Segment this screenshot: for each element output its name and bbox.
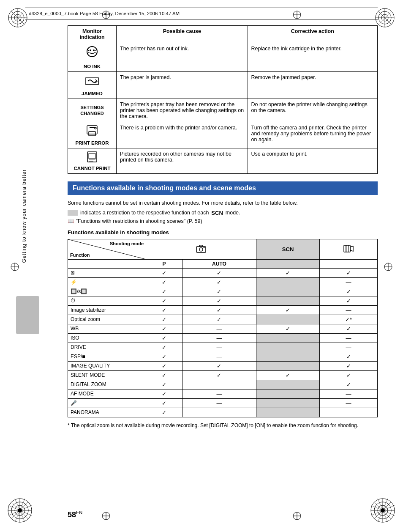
auto-cell: ✓ bbox=[182, 315, 256, 324]
corner-decoration-bl bbox=[6, 497, 34, 526]
shoot-table-row: ⚡✓✓— bbox=[68, 277, 378, 287]
auto-cell: — bbox=[182, 352, 256, 361]
shoot-table-row: IMAGE QUALITY✓✓✓ bbox=[68, 361, 378, 370]
movie-cell: — bbox=[320, 305, 378, 315]
scn-sub-header bbox=[256, 259, 319, 268]
scn-cell bbox=[256, 380, 319, 389]
intro-text: Some functions cannot be set in certain … bbox=[68, 199, 378, 207]
table-row: PRINT ERROR There is a problem with the … bbox=[68, 122, 378, 148]
movie-cell: — bbox=[320, 333, 378, 343]
settings-changed-label: SETTINGSCHANGED bbox=[80, 105, 104, 116]
movie-cell: ✓ bbox=[320, 324, 378, 333]
reg-mark-bottom-right bbox=[292, 511, 302, 522]
action-cannot-print: Use a computer to print. bbox=[248, 148, 377, 174]
scn-cell bbox=[256, 343, 319, 352]
p-cell: ✓ bbox=[146, 408, 182, 417]
scn-cell bbox=[256, 277, 319, 287]
svg-rect-69 bbox=[199, 245, 203, 247]
scn-cell: ✓ bbox=[256, 305, 319, 315]
shoot-table-row: DRIVE✓—— bbox=[68, 343, 378, 352]
movie-cell: ✓ bbox=[320, 380, 378, 389]
reg-mark-right-mid bbox=[384, 262, 393, 273]
svg-point-56 bbox=[87, 47, 97, 57]
scn-col-header: SCN bbox=[256, 239, 319, 259]
auto-cell: — bbox=[182, 408, 256, 417]
camera-col-header bbox=[146, 239, 256, 259]
func-col-empty bbox=[68, 259, 146, 268]
scn-shaded-box bbox=[68, 210, 78, 216]
p-cell: ✓ bbox=[146, 343, 182, 352]
shoot-table-row: ⏱✓✓✓ bbox=[68, 296, 378, 305]
sidebar-tab bbox=[16, 296, 39, 334]
print-error-label: PRINT ERROR bbox=[71, 140, 113, 145]
diagonal-header-cell: Shooting mode Function bbox=[68, 239, 146, 259]
cause-print-error: There is a problem with the printer and/… bbox=[117, 122, 248, 148]
page-number: 58EN bbox=[68, 510, 82, 519]
scn-cell: ✓ bbox=[256, 324, 319, 333]
auto-col-header: AUTO bbox=[182, 259, 256, 268]
func-name-cell: SILENT MODE bbox=[68, 370, 146, 380]
p-col-header: P bbox=[146, 259, 182, 268]
movie-cell: ✓ bbox=[320, 361, 378, 370]
func-name-cell: WB bbox=[68, 324, 146, 333]
table-row: CANNOT PRINT Pictures recorded on other … bbox=[68, 148, 378, 174]
shooting-mode-label: Shooting mode bbox=[110, 241, 144, 246]
sidebar-text: Getting to know your camera better bbox=[21, 169, 27, 263]
movie-cell: — bbox=[320, 398, 378, 408]
p-cell: ✓ bbox=[146, 305, 182, 315]
movie-sub-header bbox=[320, 259, 378, 268]
ref-note: 📖 "Functions with restrictions in shooti… bbox=[68, 218, 378, 224]
shoot-table-row: SILENT MODE✓✓✓✓ bbox=[68, 370, 378, 380]
auto-cell: — bbox=[182, 343, 256, 352]
section-header: Functions available in shooting modes an… bbox=[68, 181, 378, 195]
main-content: Monitor indication Possible cause Correc… bbox=[68, 25, 378, 498]
shoot-table-row: 🎤✓—— bbox=[68, 398, 378, 408]
auto-cell: — bbox=[182, 398, 256, 408]
shoot-header-row-top: Shooting mode Function SCN bbox=[68, 239, 378, 259]
header-bar: d4328_e_0000_7.book Page 58 Friday, Dece… bbox=[25, 8, 378, 19]
p-cell: ✓ bbox=[146, 398, 182, 408]
shoot-table-row: ⊠✓✓✓✓ bbox=[68, 268, 378, 277]
func-name-cell: ISO bbox=[68, 333, 146, 343]
action-jammed: Remove the jammed paper. bbox=[248, 72, 377, 99]
p-cell: ✓ bbox=[146, 277, 182, 287]
corner-decoration-br bbox=[369, 497, 397, 526]
auto-cell: — bbox=[182, 333, 256, 343]
col-header-monitor: Monitor indication bbox=[68, 26, 117, 43]
svg-rect-64 bbox=[89, 154, 95, 159]
func-name-cell: Image stabilizer bbox=[68, 305, 146, 315]
scn-label: SCN bbox=[211, 210, 223, 216]
svg-point-71 bbox=[203, 247, 204, 248]
scn-cell bbox=[256, 296, 319, 305]
movie-cell: ✓ bbox=[320, 370, 378, 380]
p-cell: ✓ bbox=[146, 352, 182, 361]
func-name-cell: ⊠ bbox=[68, 268, 146, 277]
movie-icon bbox=[343, 245, 354, 252]
func-name-cell: IMAGE QUALITY bbox=[68, 361, 146, 370]
scn-cell: ✓ bbox=[256, 370, 319, 380]
movie-cell: — bbox=[320, 343, 378, 352]
camera-icon bbox=[196, 244, 206, 253]
auto-cell: ✓ bbox=[182, 277, 256, 287]
scn-cell bbox=[256, 398, 319, 408]
header-text: d4328_e_0000_7.book Page 58 Friday, Dece… bbox=[29, 11, 180, 16]
shoot-table-row: Image stabilizer✓✓✓— bbox=[68, 305, 378, 315]
p-cell: ✓ bbox=[146, 333, 182, 343]
footnote: * The optical zoom is not available duri… bbox=[68, 422, 378, 429]
scn-note-text: indicates a restriction to the respectiv… bbox=[80, 210, 209, 216]
svg-rect-60 bbox=[89, 132, 95, 136]
movie-cell: — bbox=[320, 408, 378, 417]
auto-cell: ✓ bbox=[182, 361, 256, 370]
func-name-cell: ⚡ bbox=[68, 277, 146, 287]
book-icon: 📖 bbox=[68, 218, 74, 224]
scn-cell bbox=[256, 333, 319, 343]
error-table: Monitor indication Possible cause Correc… bbox=[68, 25, 378, 174]
svg-point-70 bbox=[199, 248, 203, 251]
movie-cell: ✓* bbox=[320, 315, 378, 324]
p-cell: ✓ bbox=[146, 389, 182, 398]
scn-note2: mode. bbox=[226, 210, 240, 216]
section-title: Functions available in shooting modes an… bbox=[73, 184, 256, 192]
cannot-print-label: CANNOT PRINT bbox=[71, 166, 113, 171]
scn-note: indicates a restriction to the respectiv… bbox=[68, 210, 378, 216]
func-name-cell: ESP/■ bbox=[68, 352, 146, 361]
